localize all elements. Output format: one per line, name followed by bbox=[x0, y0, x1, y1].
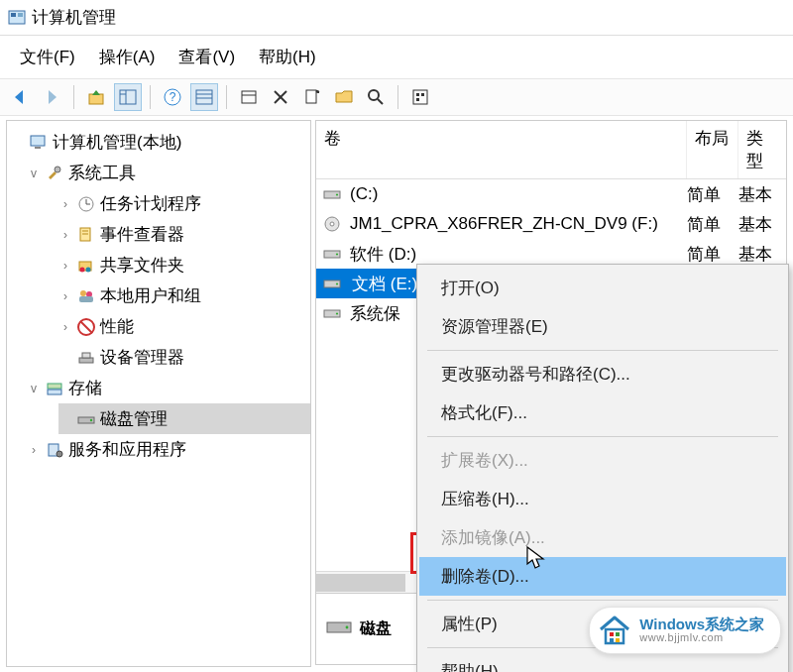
twisty-collapsed-icon[interactable]: › bbox=[27, 443, 41, 457]
svg-rect-12 bbox=[242, 91, 256, 103]
tree-task-scheduler[interactable]: › 任务计划程序 bbox=[58, 188, 310, 219]
svg-point-36 bbox=[80, 290, 86, 296]
volume-name-cell: 软件 (D:) bbox=[344, 243, 687, 266]
svg-rect-42 bbox=[82, 353, 90, 358]
col-header-type[interactable]: 类型 bbox=[738, 121, 786, 178]
svg-rect-43 bbox=[48, 384, 61, 389]
tree-panel[interactable]: 计算机管理(本地) v 系统工具 › 任务计划程序 › 事件查看器 › 共享文件… bbox=[6, 120, 311, 667]
ctx-help[interactable]: 帮助(H) bbox=[419, 652, 786, 672]
svg-rect-61 bbox=[606, 629, 623, 643]
col-header-volume[interactable]: 卷 bbox=[316, 121, 687, 178]
svg-rect-62 bbox=[610, 632, 614, 636]
twisty-collapsed-icon[interactable]: › bbox=[58, 289, 72, 303]
toolbar-separator bbox=[397, 85, 398, 109]
svg-rect-9 bbox=[196, 90, 212, 104]
tree-storage[interactable]: v 存储 bbox=[27, 373, 310, 403]
scroll-thumb[interactable] bbox=[316, 574, 405, 592]
list-header: 卷 布局 类型 bbox=[316, 121, 786, 179]
menu-view[interactable]: 查看(V) bbox=[178, 46, 235, 68]
twisty-collapsed-icon[interactable]: › bbox=[58, 197, 72, 211]
volume-type-cell: 基本 bbox=[738, 183, 786, 206]
tree-label: 共享文件夹 bbox=[100, 254, 184, 277]
watermark-text: Windows系统之家 www.bjjmlv.com bbox=[639, 616, 764, 643]
tree-root-label: 计算机管理(本地) bbox=[53, 131, 181, 154]
twisty-collapsed-icon[interactable]: › bbox=[58, 228, 72, 242]
svg-point-26 bbox=[55, 167, 60, 172]
ctx-delete-volume[interactable]: 删除卷(D)... bbox=[419, 557, 786, 596]
volume-name-cell: JM1_CPRA_X86FRER_ZH-CN_DV9 (F:) bbox=[344, 214, 687, 234]
col-header-layout[interactable]: 布局 bbox=[687, 121, 738, 178]
watermark: Windows系统之家 www.bjjmlv.com bbox=[589, 607, 781, 654]
svg-rect-41 bbox=[79, 358, 93, 363]
menu-bar: 文件(F) 操作(A) 查看(V) 帮助(H) bbox=[0, 36, 793, 78]
show-hide-tree-button[interactable] bbox=[114, 83, 142, 111]
menu-action[interactable]: 操作(A) bbox=[99, 46, 156, 68]
window-title: 计算机管理 bbox=[32, 6, 116, 29]
tree-disk-management[interactable]: 磁盘管理 bbox=[58, 403, 310, 434]
storage-icon bbox=[45, 379, 64, 398]
tree-label: 系统工具 bbox=[68, 162, 136, 184]
disk-label: 磁盘 bbox=[360, 618, 392, 639]
window-title-bar: 计算机管理 bbox=[0, 0, 793, 36]
refresh-button[interactable] bbox=[235, 83, 263, 111]
svg-rect-23 bbox=[416, 98, 419, 101]
clock-icon bbox=[76, 194, 96, 214]
tree-event-viewer[interactable]: › 事件查看器 bbox=[58, 219, 310, 250]
delete-action-button[interactable] bbox=[267, 83, 294, 111]
ctx-explorer[interactable]: 资源管理器(E) bbox=[419, 307, 786, 346]
tree-shared-folders[interactable]: › 共享文件夹 bbox=[58, 250, 310, 280]
svg-point-34 bbox=[80, 267, 85, 272]
tree-local-users[interactable]: › 本地用户和组 bbox=[58, 280, 310, 311]
share-icon bbox=[76, 256, 96, 276]
toolbar-separator bbox=[150, 85, 151, 109]
tree-root[interactable]: 计算机管理(本地) bbox=[11, 127, 310, 158]
tree-label: 性能 bbox=[100, 315, 134, 338]
svg-rect-4 bbox=[120, 90, 136, 104]
volume-row[interactable]: JM1_CPRA_X86FRER_ZH-CN_DV9 (F:)简单基本 bbox=[316, 209, 786, 239]
twisty-collapsed-icon[interactable]: › bbox=[58, 320, 72, 334]
svg-point-18 bbox=[369, 90, 379, 100]
watermark-title: Windows系统之家 bbox=[639, 616, 764, 632]
svg-rect-20 bbox=[413, 90, 427, 104]
svg-point-35 bbox=[86, 267, 91, 272]
ctx-format[interactable]: 格式化(F)... bbox=[419, 393, 786, 432]
svg-point-56 bbox=[336, 282, 338, 284]
tree-performance[interactable]: › 性能 bbox=[58, 311, 310, 342]
event-icon bbox=[76, 225, 96, 245]
ctx-separator bbox=[427, 350, 778, 351]
volume-layout-cell: 简单 bbox=[687, 243, 738, 266]
house-icon bbox=[598, 614, 631, 647]
up-level-button[interactable] bbox=[82, 83, 110, 111]
volume-row[interactable]: (C:)简单基本 bbox=[316, 179, 786, 209]
properties-button[interactable] bbox=[298, 83, 326, 111]
services-icon bbox=[45, 440, 64, 460]
tree-services-apps[interactable]: › 服务和应用程序 bbox=[27, 434, 310, 465]
twisty-collapsed-icon[interactable]: › bbox=[58, 259, 72, 273]
menu-help[interactable]: 帮助(H) bbox=[259, 46, 316, 68]
svg-point-46 bbox=[90, 418, 92, 420]
svg-rect-0 bbox=[9, 11, 25, 24]
tree-device-manager[interactable]: 设备管理器 bbox=[58, 342, 310, 373]
find-button[interactable] bbox=[362, 83, 390, 111]
svg-point-58 bbox=[336, 312, 338, 314]
svg-rect-65 bbox=[616, 638, 620, 642]
open-folder-button[interactable] bbox=[330, 83, 358, 111]
nav-back-button[interactable] bbox=[6, 83, 34, 111]
ctx-open[interactable]: 打开(O) bbox=[419, 269, 786, 307]
svg-rect-2 bbox=[18, 13, 23, 17]
settings-button[interactable] bbox=[406, 83, 434, 111]
tree-system-tools[interactable]: v 系统工具 bbox=[27, 158, 310, 188]
tree-label: 本地用户和组 bbox=[100, 284, 201, 307]
ctx-shrink[interactable]: 压缩卷(H)... bbox=[419, 480, 786, 518]
menu-file[interactable]: 文件(F) bbox=[20, 46, 75, 68]
twisty-expanded-icon[interactable]: v bbox=[27, 167, 41, 180]
ctx-change-letter[interactable]: 更改驱动器号和路径(C)... bbox=[419, 355, 786, 393]
details-view-button[interactable] bbox=[190, 83, 218, 111]
twisty-expanded-icon[interactable]: v bbox=[27, 382, 41, 395]
help-button[interactable]: ? bbox=[159, 83, 186, 111]
nav-forward-button[interactable] bbox=[38, 83, 65, 111]
svg-rect-25 bbox=[35, 147, 41, 149]
svg-rect-38 bbox=[79, 296, 93, 302]
tree-label: 磁盘管理 bbox=[100, 407, 168, 430]
ctx-add-mirror: 添加镜像(A)... bbox=[419, 518, 786, 557]
